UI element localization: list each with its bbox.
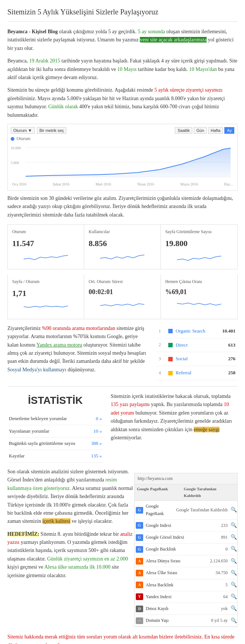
traffic-num: 3 xyxy=(159,355,165,362)
istatistik-row-value[interactable]: 388 » xyxy=(87,437,103,450)
site-widget-row: A Alexa Backlink 5 🔍 xyxy=(135,579,237,591)
site-widget-col2-header: Google Tarafından Kaldırıldı xyxy=(182,484,228,500)
site-widget-search-icon[interactable]: 🔍 xyxy=(230,533,237,541)
mini-chart-sayfa-gorunum xyxy=(165,252,233,263)
site-widget-row: G Google Backlink 0 🔍 xyxy=(135,544,237,555)
traffic-text: Ziyaretçilerimiz %90 oranında arama moto… xyxy=(7,324,149,380)
site-widget-row-value: 891 xyxy=(204,533,230,542)
hedefiniz-label: HEDEFİMİZ: xyxy=(7,531,39,537)
istatistik-paragraph: Sitemizin içerik istatistiklerine bakaca… xyxy=(111,392,238,442)
site-widget-row-name: Google Indexi xyxy=(144,521,204,530)
bottom-section: http://beyamca.com Google PageRank Googl… xyxy=(7,468,238,627)
site-widget-search-icon[interactable]: 🔍 xyxy=(230,545,237,553)
traffic-color-box xyxy=(168,329,173,333)
svg-marker-3 xyxy=(25,148,231,177)
traffic-name[interactable]: Organic Search xyxy=(176,327,219,335)
site-widget-search-icon[interactable]: 🔍 xyxy=(230,593,237,601)
site-widget-row-icon: ↔ xyxy=(136,617,143,624)
traffic-row: 1 Organic Search 10.401 xyxy=(156,324,238,338)
site-widget-search-icon[interactable]: 🔍 xyxy=(230,581,237,589)
traffic-name[interactable]: Direct xyxy=(176,341,225,349)
metric-select[interactable]: Bir metrik seç xyxy=(37,127,67,134)
site-widget-row-icon: A xyxy=(136,582,143,588)
site-widget-row: A Alexa Ülke Sırası 34.750 🔍 xyxy=(135,567,237,579)
site-widget-row-icon: A xyxy=(136,558,143,565)
traffic-paragraph: Ziyaretçilerimiz %90 oranında arama moto… xyxy=(7,324,149,374)
chart-x-labels: Oca 2016 Şubat 2016 Mart 2016 Nisan 2016… xyxy=(11,181,234,187)
site-widget-search-icon[interactable]: 🔍 xyxy=(230,604,237,613)
traffic-table: 1 Organic Search 10.401 2 Direct 613 3 S… xyxy=(156,324,238,380)
istatistik-row-value[interactable]: 10 » xyxy=(87,425,103,437)
stat-value-sayfa-gorunum: 19.800 xyxy=(165,237,233,250)
site-widget-row-name: Dmoz Kaydı xyxy=(144,604,204,613)
site-widget-row-icon: G xyxy=(136,546,143,553)
stat-label-sayfa-oturum: Sayfa / Oturum xyxy=(12,278,79,285)
chart-area: 10.000 5.000 xyxy=(11,144,234,181)
site-widget-row-name: Yandex Indexi xyxy=(144,592,204,602)
traffic-row: 3 Social 276 xyxy=(156,352,238,366)
istatistik-section: İSTATİSTİK Denetleme bekleyen yorumlar 0… xyxy=(7,392,238,463)
emege-saygi-highlight: emeğe saygı xyxy=(194,427,220,432)
stat-hemen-cikma: Hemen Çıkma Oranı %69,01 xyxy=(161,275,237,319)
stat-label-hemen-cikma: Hemen Çıkma Oranı xyxy=(165,278,233,285)
site-widget-row: ↔ Domain Yaşı 0 yıl 5 ay 🔍 xyxy=(135,615,237,627)
y-label-5000: 5.000 xyxy=(11,160,19,166)
site-widget-search-icon[interactable]: 🔍 xyxy=(230,506,237,514)
stat-value-oturum: 11.547 xyxy=(12,237,79,250)
stat-value-hemen-cikma: %69,01 xyxy=(165,287,233,297)
site-widget-row-value: 0 yıl 5 ay xyxy=(204,616,230,625)
traffic-name[interactable]: Social xyxy=(176,355,225,363)
stat-sayfa-oturum: Sayfa / Oturum 1,71 xyxy=(8,275,84,319)
site-widget-row: A Alexa Dünya Sırası 2.124.650 🔍 xyxy=(135,555,237,567)
istatistik-row-label: Kayıtlar xyxy=(7,450,87,463)
btn-hafta[interactable]: Hafta xyxy=(208,127,223,134)
traffic-color-box xyxy=(168,343,173,347)
site-widget-search-header xyxy=(228,484,237,500)
istatistik-row: Bugünkü sayfa görüntüleme sayısı 388 » xyxy=(7,437,103,450)
analytics-chart: Oturum ▼ Bir metrik seç Saatlik Gün Haft… xyxy=(7,124,238,191)
site-widget-row-name: Google PageRank xyxy=(144,502,174,518)
site-widget-row: D Dmoz Kaydı yok 🔍 xyxy=(135,603,237,615)
btn-ay[interactable]: Ay xyxy=(224,127,234,134)
site-widget-row-value: Google Tarafından Kaldırıldı xyxy=(174,505,230,515)
stat-value-sayfa-oturum: 1,71 xyxy=(12,287,79,300)
site-widget-search-icon[interactable]: 🔍 xyxy=(230,617,237,625)
traffic-count: 10.401 xyxy=(222,327,235,335)
istatistik-row: Yayınlanan yorumlar 10 » xyxy=(7,425,103,437)
site-widget-row-icon: G xyxy=(136,534,143,541)
btn-gun[interactable]: Gün xyxy=(194,127,207,134)
traffic-row: 4 Referral 258 xyxy=(156,366,238,380)
site-widget-search-icon[interactable]: 🔍 xyxy=(230,521,237,529)
site-widget: http://beyamca.com Google PageRank Googl… xyxy=(134,473,238,627)
traffic-sources-table: 1 Organic Search 10.401 2 Direct 613 3 S… xyxy=(156,324,238,380)
highlight-new-site: yeni site açacak arkadaşlarımıza xyxy=(140,37,207,42)
traffic-name[interactable]: Referral xyxy=(176,369,225,377)
blog-name: Beyamca - Kişisel Blog xyxy=(7,29,58,34)
btn-saatlik[interactable]: Saatlik xyxy=(175,127,192,134)
site-widget-row-icon: D xyxy=(136,606,143,612)
site-widget-url: http://beyamca.com xyxy=(135,473,237,484)
istatistik-row-value[interactable]: 0 » xyxy=(87,413,103,425)
traffic-count: 258 xyxy=(228,369,236,377)
istatistik-row: Kayıtlar 135 » xyxy=(7,450,103,463)
chart-toolbar-right: Saatlik Gün Hafta Ay xyxy=(175,127,234,134)
stat-oturum-suresi: Ort. Oturum Süresi 00:02:01 xyxy=(84,275,161,319)
site-widget-row: G Google PageRank Google Tarafından Kald… xyxy=(135,501,237,519)
stat-value-oturum-suresi: 00:02:01 xyxy=(89,287,156,297)
stat-kullanicilar: Kullanıcılar 8.856 xyxy=(84,225,161,269)
traffic-count: 276 xyxy=(228,355,236,363)
istatistik-title: İSTATİSTİK xyxy=(7,392,103,409)
site-widget-search-icon[interactable]: 🔍 xyxy=(230,557,237,565)
istatistik-row-label: Bugünkü sayfa görüntüleme sayısı xyxy=(7,437,87,450)
site-widget-row-value: 5 xyxy=(204,580,230,590)
legend-dot xyxy=(11,137,14,141)
site-widget-row-value: 2.124.650 xyxy=(204,556,230,566)
traffic-color-box xyxy=(168,357,173,361)
traffic-num: 2 xyxy=(159,341,165,348)
after-chart-paragraph: Birde sitemizin son 30 gündeki verilerin… xyxy=(7,194,238,219)
site-widget-row: G Google Indexi 233 🔍 xyxy=(135,520,237,532)
site-widget-search-icon[interactable]: 🔍 xyxy=(230,569,237,577)
oturum-dropdown[interactable]: Oturum ▼ xyxy=(11,127,35,134)
istatistik-row-value[interactable]: 135 » xyxy=(87,450,103,463)
mini-chart-hemen-cikma xyxy=(165,299,233,310)
